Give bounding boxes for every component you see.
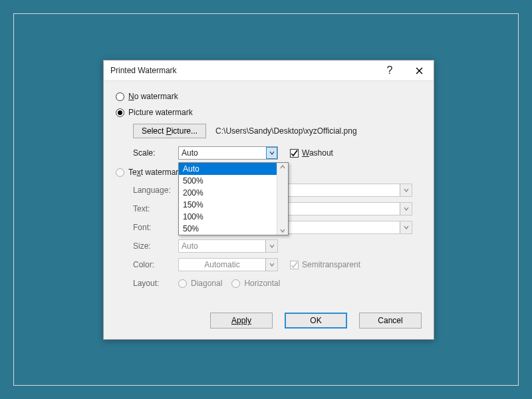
scale-label: Scale:: [133, 148, 178, 158]
font-label: Font:: [133, 223, 178, 232]
app-background: Printed Watermark ? No watermark Picture…: [0, 0, 532, 399]
picture-watermark-label: Picture watermark: [128, 108, 193, 117]
language-label: Language:: [133, 186, 178, 195]
picture-path: C:\Users\Sandy\Desktop\xyzOfficial.png: [215, 126, 357, 136]
chevron-down-icon[interactable]: [265, 240, 277, 252]
size-combo[interactable]: Auto: [178, 239, 278, 253]
dialog-footer: Apply OK Cancel: [104, 303, 434, 339]
no-watermark-label: No watermark: [128, 92, 178, 101]
printed-watermark-dialog: Printed Watermark ? No watermark Picture…: [103, 60, 434, 340]
chevron-down-icon[interactable]: [400, 184, 412, 196]
layout-diagonal-label[interactable]: Diagonal: [191, 279, 222, 288]
scrollbar[interactable]: [277, 163, 288, 235]
scale-option-auto[interactable]: Auto: [179, 163, 288, 175]
cancel-button[interactable]: Cancel: [359, 313, 422, 329]
text-label: Text:: [133, 204, 178, 213]
radio-icon: [178, 279, 187, 288]
picture-watermark-group: Select Picture... C:\Users\Sandy\Desktop…: [133, 124, 422, 162]
no-watermark-option[interactable]: No watermark: [116, 89, 422, 104]
chevron-down-icon[interactable]: [400, 221, 412, 233]
size-row: Size: Auto: [133, 237, 422, 255]
color-combo[interactable]: Automatic: [178, 258, 278, 271]
help-button[interactable]: ?: [375, 61, 404, 80]
dialog-body: No watermark Picture watermark Select Pi…: [104, 81, 434, 303]
color-label: Color:: [133, 260, 178, 269]
chevron-down-icon[interactable]: [266, 147, 277, 159]
ok-button[interactable]: OK: [285, 313, 347, 329]
size-label: Size:: [133, 241, 178, 251]
scale-value: Auto: [182, 148, 265, 158]
radio-icon: [231, 279, 240, 288]
chevron-down-icon[interactable]: [265, 259, 277, 271]
color-row: Color: Automatic Semitransparent: [133, 255, 422, 274]
text-watermark-label: Text watermark: [128, 168, 182, 177]
scale-combo[interactable]: Auto: [178, 146, 278, 160]
scale-row: Scale: Auto Washout: [133, 144, 422, 162]
apply-button[interactable]: Apply: [210, 313, 273, 329]
close-icon: [416, 67, 423, 74]
dialog-title: Printed Watermark: [110, 66, 375, 75]
washout-checkbox[interactable]: [290, 149, 299, 158]
layout-row: Layout: Diagonal Horizontal: [133, 274, 422, 293]
scale-option-150[interactable]: 150%: [179, 199, 288, 211]
semitransparent-label: Semitransparent: [302, 260, 360, 269]
scale-option-50[interactable]: 50%: [179, 223, 288, 235]
washout-label: Washout: [302, 148, 333, 158]
scale-option-500[interactable]: 500%: [179, 175, 288, 187]
layout-label: Layout:: [133, 279, 178, 288]
scale-option-200[interactable]: 200%: [179, 187, 288, 199]
semitransparent-checkbox[interactable]: [290, 261, 299, 269]
chevron-down-icon: [280, 228, 285, 233]
radio-icon: [116, 108, 124, 117]
scale-option-100[interactable]: 100%: [179, 211, 288, 223]
picture-watermark-option[interactable]: Picture watermark: [116, 105, 422, 120]
chevron-up-icon: [280, 164, 285, 170]
select-picture-button[interactable]: Select Picture...: [133, 124, 206, 138]
radio-icon: [116, 92, 124, 101]
layout-horizontal-label[interactable]: Horizontal: [244, 279, 280, 288]
close-button[interactable]: [404, 61, 434, 80]
radio-icon: [116, 168, 124, 177]
color-value: Automatic: [179, 260, 265, 269]
size-value: Auto: [182, 241, 265, 251]
select-picture-row: Select Picture... C:\Users\Sandy\Desktop…: [133, 124, 422, 138]
titlebar: Printed Watermark ?: [104, 61, 434, 81]
scale-dropdown-list[interactable]: Auto 500% 200% 150% 100% 50%: [178, 162, 289, 235]
chevron-down-icon[interactable]: [400, 203, 412, 215]
